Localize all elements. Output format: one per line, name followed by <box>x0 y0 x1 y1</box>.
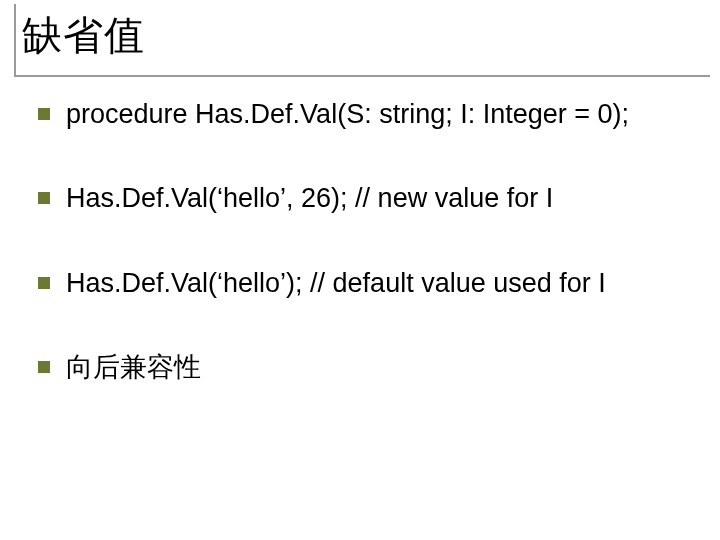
list-item: 向后兼容性 <box>38 349 690 385</box>
title-container: 缺省值 <box>14 4 710 77</box>
slide: 缺省值 procedure Has.Def.Val(S: string; I: … <box>0 0 720 540</box>
list-item: procedure Has.Def.Val(S: string; I: Inte… <box>38 96 690 132</box>
bullet-icon <box>38 192 50 204</box>
slide-title: 缺省值 <box>22 8 704 63</box>
bullet-text: procedure Has.Def.Val(S: string; I: Inte… <box>66 96 629 132</box>
bullet-icon <box>38 361 50 373</box>
slide-body: procedure Has.Def.Val(S: string; I: Inte… <box>38 96 690 434</box>
bullet-text: 向后兼容性 <box>66 349 201 385</box>
bullet-text: Has.Def.Val(‘hello’, 26); // new value f… <box>66 180 553 216</box>
bullet-icon <box>38 108 50 120</box>
bullet-text: Has.Def.Val(‘hello’); // default value u… <box>66 265 606 301</box>
list-item: Has.Def.Val(‘hello’, 26); // new value f… <box>38 180 690 216</box>
list-item: Has.Def.Val(‘hello’); // default value u… <box>38 265 690 301</box>
bullet-icon <box>38 277 50 289</box>
